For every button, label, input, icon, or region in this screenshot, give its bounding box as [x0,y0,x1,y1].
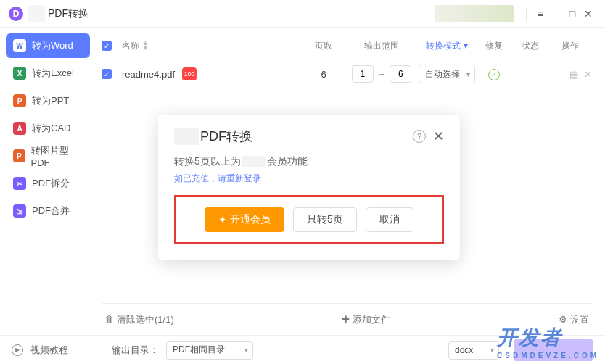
modal-title: PDF转换 [200,128,413,145]
modal-sublink: 如已充值，请重新登录 [174,173,444,185]
blurred-region [435,5,514,22]
relogin-link[interactable]: 请重新登录 [218,173,261,183]
sidebar-icon: P [13,94,26,107]
folder-icon[interactable]: ▤ [569,69,578,80]
menu-button[interactable]: ≡ [532,6,548,22]
trash-icon: 🗑 [104,314,114,325]
footer: ▶ 视频教程 输出目录： PDF相同目录 docx [0,335,605,364]
sidebar-item-label: PDF合并 [32,204,70,218]
play-icon: ▶ [12,344,23,356]
sidebar-item-6[interactable]: ⇲PDF合并 [6,199,90,223]
blurred-region [242,156,266,167]
sidebar-icon: A [13,122,26,135]
gear-icon: ⚙ [559,314,567,325]
output-dir-select[interactable]: PDF相同目录 [166,341,253,360]
page-count: 6 [302,69,345,80]
close-button[interactable]: ✕ [580,6,596,22]
sidebar-item-1[interactable]: X转为Excel [6,61,90,86]
sort-icon[interactable]: ▲▼ [142,41,149,51]
titlebar: D PDF转换 ≡ — □ ✕ [0,0,605,28]
header-repair: 修复 [476,40,512,52]
sidebar-icon: ⇲ [13,204,26,218]
format-select[interactable]: docx [448,341,499,360]
minimize-button[interactable]: — [548,6,564,22]
range-from-input[interactable] [352,65,374,83]
sidebar-icon: P [13,149,25,162]
blurred-region [28,5,45,22]
add-file-link[interactable]: ✚添加文件 [342,313,390,326]
sidebar-item-2[interactable]: P转为PPT [6,88,90,113]
sidebar-item-3[interactable]: A转为CAD [6,116,90,141]
sidebar-icon: X [13,67,26,80]
list-footer: 🗑 清除选中(1/1) ✚添加文件 ⚙设置 [102,303,592,335]
help-icon[interactable]: ? [413,130,426,143]
table-header: ✓ 名称▲▼ 页数 输出范围 转换模式▾ 修复 状态 操作 [102,33,592,58]
table-row: ✓ readme4.pdf 100 6 – 自动选择 ✓ ▤ ✕ [102,58,592,90]
range-to-input[interactable] [390,65,411,83]
modal-message: 转换5页以上为会员功能 [174,155,444,168]
plus-icon: ✚ [342,314,350,325]
maximize-button[interactable]: □ [564,6,580,22]
clear-selected-link[interactable]: 清除选中(1/1) [117,313,174,326]
badge-icon: 100 [182,67,197,80]
delete-icon[interactable]: ✕ [584,69,592,80]
tutorial-link[interactable]: 视频教程 [30,344,68,357]
range-dash: – [379,68,384,79]
filename: readme4.pdf [122,69,175,80]
sidebar-item-label: 转为Word [32,39,73,52]
header-name: 名称 [122,40,139,52]
repair-check-icon[interactable]: ✓ [488,69,500,80]
app-title: PDF转换 [48,7,89,20]
sidebar-item-5[interactable]: ✂PDF拆分 [6,171,90,196]
header-mode[interactable]: 转换模式▾ [418,40,476,52]
convert-5-button[interactable]: 只转5页 [293,207,357,232]
sidebar: W转为WordX转为ExcelP转为PPTA转为CADP转图片型PDF✂PDF拆… [0,28,96,335]
sidebar-item-4[interactable]: P转图片型PDF [6,144,90,168]
header-status: 状态 [512,40,548,52]
header-pages: 页数 [302,40,345,52]
sidebar-item-label: PDF拆分 [32,177,70,190]
row-checkbox[interactable]: ✓ [102,69,112,79]
app-logo: D [9,7,23,21]
vip-icon: ✦ [218,214,227,226]
header-action: 操作 [548,40,592,52]
sidebar-item-label: 转图片型PDF [31,144,83,168]
sidebar-item-0[interactable]: W转为Word [6,33,90,58]
upgrade-button[interactable]: ✦开通会员 [205,207,284,232]
sidebar-icon: ✂ [13,177,26,190]
modal-button-row: ✦开通会员 只转5页 取消 [174,195,444,244]
select-all-checkbox[interactable]: ✓ [102,41,112,51]
header-range: 输出范围 [345,40,418,52]
chevron-down-icon: ▾ [464,41,468,51]
sidebar-item-label: 转为Excel [32,67,74,80]
output-dir-label: 输出目录： [112,344,159,357]
upgrade-modal: PDF转换 ? ✕ 转换5页以上为会员功能 如已充值，请重新登录 ✦开通会员 只… [158,115,460,260]
mode-select[interactable]: 自动选择 [419,65,475,83]
blurred-region [174,128,199,145]
convert-button[interactable] [514,339,593,361]
sidebar-item-label: 转为CAD [32,122,70,135]
cancel-button[interactable]: 取消 [366,207,413,232]
sidebar-icon: W [13,39,26,52]
modal-close-button[interactable]: ✕ [433,128,444,144]
sidebar-item-label: 转为PPT [32,94,69,107]
settings-link[interactable]: ⚙设置 [559,313,589,326]
